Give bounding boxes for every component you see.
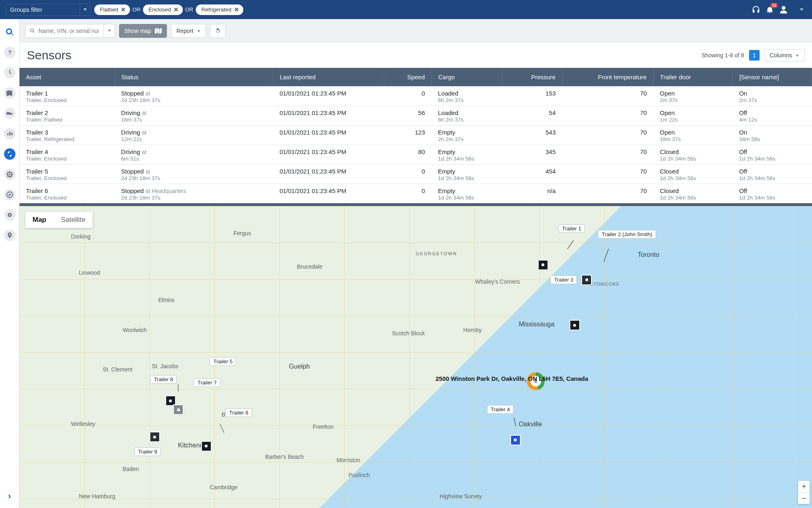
show-map-button[interactable]: Show map	[119, 24, 167, 38]
asset-type: Trailer, Flatbed	[26, 117, 108, 123]
notifications-icon[interactable]: 99	[765, 5, 775, 15]
front-temperature-value: 70	[569, 168, 647, 175]
asset-name: Trailer 3	[26, 129, 108, 136]
map-marker[interactable]	[539, 261, 548, 269]
col-status[interactable]: Status	[115, 68, 273, 87]
col-last-reported[interactable]: Last reported	[273, 68, 384, 87]
trailer-door-duration: 1d 2h 34m 56s	[660, 175, 726, 181]
search-box[interactable]	[25, 24, 115, 38]
city-label: Wellesley	[71, 421, 95, 427]
search-dropdown-caret[interactable]	[104, 24, 115, 37]
zoom-out-button[interactable]: −	[798, 493, 810, 504]
table-row[interactable]: Trailer 5 Trailer, Enclosed Stopped at 2…	[19, 165, 812, 184]
sidebar-search-icon[interactable]	[4, 26, 15, 38]
front-temperature-value: 70	[569, 90, 647, 97]
map-icon	[154, 28, 162, 34]
horizontal-scrollbar[interactable]	[19, 203, 511, 206]
map-area[interactable]: ⌃ ⌄ Map Satellite Toronto Mississauga Ki…	[19, 203, 812, 508]
map-marker[interactable]	[511, 436, 520, 445]
map-view-satellite[interactable]: Satellite	[54, 212, 93, 228]
front-temperature-value: 70	[569, 109, 647, 116]
col-front-temp[interactable]: Front temperature	[562, 68, 653, 87]
chip-remove-icon[interactable]: ✕	[234, 6, 239, 13]
map-label[interactable]: Trailer 9	[134, 447, 161, 456]
map-marker[interactable]	[174, 405, 183, 414]
svg-point-6	[11, 115, 12, 116]
sidebar-time-icon[interactable]	[4, 67, 15, 78]
user-icon[interactable]	[779, 5, 788, 15]
table-row[interactable]: Trailer 1 Trailer, Enclosed Stopped at 2…	[19, 87, 812, 106]
sidebar-compass-icon[interactable]	[4, 189, 15, 200]
groups-filter-caret[interactable]	[80, 4, 90, 15]
search-input[interactable]	[38, 27, 100, 35]
last-reported-value: 01/01/2021 01:23:45 PM	[279, 148, 377, 155]
col-speed[interactable]: Speed	[384, 68, 431, 87]
sensors-table: Asset Status Last reported Speed Cargo P…	[19, 68, 812, 203]
col-trailer-door[interactable]: Trailer door	[653, 68, 732, 87]
report-button[interactable]: Report ▼	[171, 24, 206, 38]
status-value: Stopped at	[121, 168, 266, 175]
sidebar-help-icon[interactable]: ?	[4, 47, 15, 58]
chip-refrigerated[interactable]: Refrigerated ✕	[196, 4, 243, 15]
chip-remove-icon[interactable]: ✕	[173, 6, 179, 13]
refresh-button[interactable]	[210, 24, 225, 38]
svg-text:?: ?	[8, 49, 11, 56]
sidebar-location-icon[interactable]	[4, 230, 15, 241]
trailer-door-duration: 1d 2h 34m 56s	[660, 195, 726, 201]
asset-name: Trailer 2	[26, 109, 108, 116]
city-label: Fergus	[234, 230, 251, 237]
asset-type: Trailer, Enclosed	[26, 195, 108, 201]
map-label[interactable]: Trailer 3	[550, 276, 577, 284]
city-label: Mississauga	[519, 321, 554, 328]
speed-value: 0	[390, 90, 425, 97]
sidebar-expand-button[interactable]: ›	[8, 491, 11, 501]
table-row[interactable]: Trailer 6 Trailer, Enclosed Stopped at H…	[19, 184, 812, 204]
map-marker[interactable]	[166, 396, 175, 405]
sidebar-chart-icon[interactable]	[4, 128, 15, 139]
pressure-value: 54	[509, 109, 556, 116]
headset-icon[interactable]	[751, 5, 761, 15]
groups-filter-dropdown[interactable]: Groups filter	[6, 4, 90, 16]
chip-enclosed[interactable]: Enclosed ✕	[143, 4, 183, 15]
col-pressure[interactable]: Pressure	[503, 68, 562, 87]
map-label[interactable]: Trailer 6	[225, 408, 252, 417]
map-marker[interactable]	[570, 321, 579, 330]
col-asset[interactable]: Asset	[19, 68, 115, 87]
map-marker[interactable]	[582, 276, 591, 284]
trailer-door-value: Open	[660, 109, 726, 116]
city-label: Kitchener	[178, 442, 206, 449]
user-menu-caret[interactable]	[797, 5, 806, 15]
pressure-value: 543	[509, 129, 556, 136]
page-number[interactable]: 1	[749, 50, 760, 61]
cargo-duration: 1d 2h 34m 56s	[438, 195, 496, 201]
sidebar-sensor-icon[interactable]	[4, 148, 15, 160]
chip-remove-icon[interactable]: ✕	[121, 6, 126, 13]
map-label[interactable]: Trailer 7	[194, 378, 220, 387]
sensor-duration: 1d 2h 34m 56s	[739, 156, 805, 162]
col-sensor-name[interactable]: [Sensor name]	[732, 68, 812, 87]
chip-flatbed[interactable]: Flatbed ✕	[94, 4, 130, 15]
col-cargo[interactable]: Cargo	[431, 68, 503, 87]
cargo-value: Loaded	[438, 90, 496, 97]
map-label[interactable]: Trailer 4	[487, 405, 513, 414]
map-label[interactable]: Trailer 8	[150, 375, 177, 384]
table-row[interactable]: Trailer 3 Trailer, Refrigerated Driving …	[19, 126, 812, 145]
map-marker[interactable]	[202, 442, 211, 451]
map-view-map[interactable]: Map	[25, 212, 54, 228]
chevron-down-icon	[800, 9, 803, 11]
cargo-duration: 6h 2m 37s	[438, 97, 496, 103]
city-label: St. Jacobs	[152, 363, 178, 369]
sidebar-settings-icon[interactable]	[4, 209, 15, 221]
sidebar-map-icon[interactable]	[4, 87, 15, 99]
map-label[interactable]: Trailer 2 (John Smith)	[598, 230, 656, 239]
city-label: Linwood	[79, 269, 100, 276]
sidebar-gear-icon[interactable]	[4, 169, 15, 180]
map-marker[interactable]	[150, 432, 159, 441]
map-label[interactable]: Trailer 1	[559, 224, 585, 233]
columns-button[interactable]: Columns ▼	[764, 49, 805, 61]
map-label[interactable]: Trailer 5	[210, 357, 236, 366]
sidebar-truck-icon[interactable]	[4, 108, 15, 119]
table-row[interactable]: Trailer 2 Trailer, Flatbed Driving at 18…	[19, 106, 812, 126]
table-row[interactable]: Trailer 4 Trailer, Enclosed Driving at 6…	[19, 145, 812, 165]
zoom-in-button[interactable]: +	[798, 481, 810, 493]
